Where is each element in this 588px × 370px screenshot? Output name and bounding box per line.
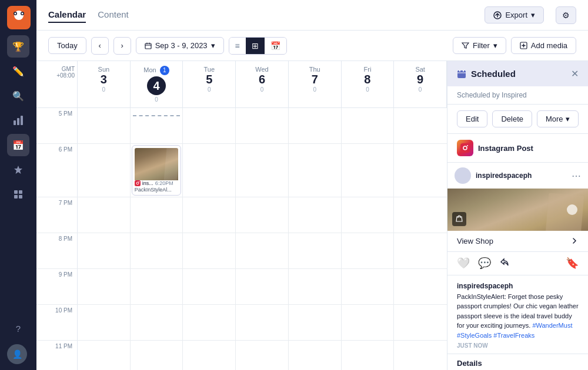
cell-thu-5pm[interactable] (289, 108, 342, 143)
grid-view-button[interactable]: ⊞ (246, 38, 265, 54)
tab-content[interactable]: Content (98, 7, 129, 23)
list-view-button[interactable]: ≡ (229, 38, 246, 54)
post-image (447, 189, 588, 231)
cell-wed-9pm[interactable] (236, 269, 289, 304)
settings-button[interactable]: ⚙ (556, 6, 576, 24)
svg-rect-14 (145, 43, 151, 49)
cell-thu-11pm[interactable] (289, 341, 342, 370)
view-shop-button[interactable]: View Shop (447, 231, 588, 252)
cell-fri-6pm[interactable] (342, 144, 395, 197)
cell-thu-8pm[interactable] (289, 233, 342, 268)
cell-thu-9pm[interactable] (289, 269, 342, 304)
cell-wed-7pm[interactable] (236, 197, 289, 233)
header-friday: Fri 8 0 (342, 61, 395, 107)
cell-tue-9pm[interactable] (183, 269, 236, 304)
cell-sat-5pm[interactable] (394, 108, 447, 143)
sidebar-item-analytics[interactable] (7, 109, 29, 132)
cell-sat-10pm[interactable] (394, 305, 447, 340)
panel-title-row: Scheduled (457, 69, 516, 79)
cell-sun-5pm[interactable] (78, 108, 131, 143)
cell-sun-8pm[interactable] (78, 233, 131, 268)
cell-thu-6pm[interactable] (289, 144, 342, 197)
filter-button[interactable]: Filter ▾ (453, 37, 506, 54)
user-avatar[interactable]: 👤 (7, 344, 27, 364)
tab-calendar[interactable]: Calendar (48, 7, 86, 23)
next-button[interactable]: › (113, 37, 131, 55)
event-description: PackInStyleAl... (135, 187, 179, 193)
cell-fri-5pm[interactable] (342, 108, 395, 143)
svg-rect-21 (463, 70, 464, 72)
cell-thu-7pm[interactable] (289, 197, 342, 233)
svg-rect-8 (21, 116, 23, 125)
cell-tue-5pm[interactable] (183, 108, 236, 143)
cell-mon-8pm[interactable] (131, 233, 183, 268)
cell-wed-6pm[interactable] (236, 144, 289, 197)
add-media-button[interactable]: Add media (511, 37, 576, 54)
cell-sun-9pm[interactable] (78, 269, 131, 304)
panel-action-buttons: Edit Delete More ▾ (447, 105, 588, 134)
delete-button[interactable]: Delete (492, 110, 532, 127)
sidebar-item-help[interactable]: ? (7, 317, 29, 339)
caption-timestamp: Just Now (457, 342, 579, 349)
cell-sun-6pm[interactable] (78, 144, 131, 197)
sidebar-item-grid[interactable] (7, 183, 29, 206)
cell-wed-5pm[interactable] (236, 108, 289, 143)
sidebar-item-compose[interactable]: ✏️ (7, 60, 29, 82)
svg-rect-22 (460, 143, 470, 153)
cell-tue-8pm[interactable] (183, 233, 236, 268)
edit-button[interactable]: Edit (457, 110, 487, 127)
cell-fri-10pm[interactable] (342, 305, 395, 340)
cell-fri-9pm[interactable] (342, 269, 395, 304)
cell-mon-5pm[interactable] (131, 108, 183, 143)
cell-wed-11pm[interactable] (236, 341, 289, 370)
cell-sat-7pm[interactable] (394, 197, 447, 233)
view-shop-label: View Shop (457, 237, 493, 245)
cell-tue-11pm[interactable] (183, 341, 236, 370)
cell-sun-7pm[interactable] (78, 197, 131, 233)
today-button[interactable]: Today (48, 37, 86, 54)
cell-sun-10pm[interactable] (78, 305, 131, 340)
top-navigation: Calendar Content Export ▾ ⚙ (36, 0, 588, 31)
cell-sat-9pm[interactable] (394, 269, 447, 304)
cell-tue-6pm[interactable] (183, 144, 236, 197)
sidebar-item-trophy[interactable]: 🏆 (7, 35, 29, 58)
more-button[interactable]: More ▾ (537, 110, 579, 127)
sidebar-item-search[interactable]: 🔍 (7, 85, 29, 107)
cell-sat-6pm[interactable] (394, 144, 447, 197)
heart-icon[interactable]: 🤍 (457, 257, 470, 270)
calendar-toolbar: Today ‹ › Sep 3 - 9, 2023 ▾ ≡ ⊞ 📅 Filter… (36, 31, 588, 61)
poster-menu-button[interactable]: ⋯ (572, 170, 581, 181)
cell-mon-7pm[interactable] (131, 197, 183, 233)
cell-wed-10pm[interactable] (236, 305, 289, 340)
cell-thu-10pm[interactable] (289, 305, 342, 340)
cal-view-button[interactable]: 📅 (265, 38, 286, 54)
app-logo[interactable] (7, 6, 29, 28)
date-range-button[interactable]: Sep 3 - 9, 2023 ▾ (136, 37, 224, 54)
sidebar-item-boost[interactable] (7, 159, 29, 181)
cell-mon-11pm[interactable] (131, 341, 183, 370)
cell-sat-11pm[interactable] (394, 341, 447, 370)
calendar-container: GMT+08:00 Sun 3 0 Mon 1 4 0 Tue (36, 61, 588, 370)
calendar-event[interactable]: ins... 6:20PM PackInStyleAl... (132, 145, 182, 196)
cell-sun-11pm[interactable] (78, 341, 131, 370)
cell-mon-9pm[interactable] (131, 269, 183, 304)
poster-name: inspiredspaceph (476, 171, 567, 180)
cell-fri-11pm[interactable] (342, 341, 395, 370)
cell-wed-8pm[interactable] (236, 233, 289, 268)
share-icon[interactable] (499, 257, 510, 270)
panel-close-button[interactable]: ✕ (571, 68, 579, 79)
time-row-9pm: 9 PM (36, 269, 447, 305)
cell-tue-7pm[interactable] (183, 197, 236, 233)
cell-sat-8pm[interactable] (394, 233, 447, 268)
cell-fri-7pm[interactable] (342, 197, 395, 233)
sidebar-bottom: ? 👤 (7, 317, 29, 364)
bookmark-icon[interactable]: 🔖 (566, 257, 579, 270)
cell-fri-8pm[interactable] (342, 233, 395, 268)
export-button[interactable]: Export ▾ (485, 6, 544, 23)
cell-mon-6pm[interactable]: ins... 6:20PM PackInStyleAl... (131, 144, 183, 197)
comment-icon[interactable]: 💬 (478, 257, 491, 270)
cell-mon-10pm[interactable] (131, 305, 183, 340)
cell-tue-10pm[interactable] (183, 305, 236, 340)
sidebar-item-calendar[interactable]: 📅 (7, 134, 29, 156)
prev-button[interactable]: ‹ (91, 37, 109, 55)
